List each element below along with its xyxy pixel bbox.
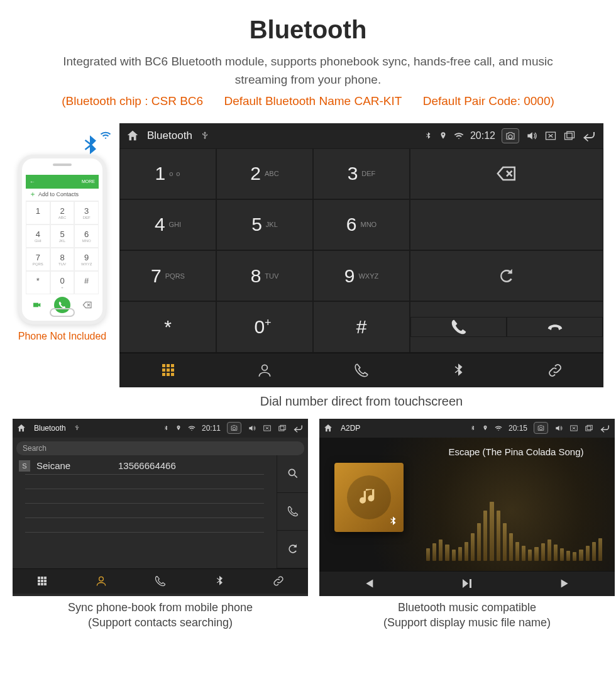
side-call-button[interactable] (277, 493, 308, 531)
add-to-contacts-row: Add to Contacts (26, 189, 99, 201)
tab-bluetooth[interactable] (410, 353, 507, 387)
search-icon (287, 467, 299, 480)
prev-button[interactable] (319, 571, 418, 596)
backspace-button[interactable] (410, 148, 603, 199)
usb-icon (74, 424, 80, 431)
phone-key: 2ABC (50, 201, 75, 224)
contact-initial-badge: S (19, 460, 30, 472)
phone-key: 1 (26, 201, 50, 224)
clock: 20:11 (202, 424, 221, 433)
contacts-side-actions (277, 455, 308, 568)
tab-dialpad[interactable] (119, 353, 216, 387)
camera-icon[interactable] (502, 128, 519, 143)
back-icon[interactable] (600, 423, 611, 434)
link-icon (272, 575, 285, 587)
dialer-caption: Dial number direct from touchscreen (119, 392, 603, 410)
dial-key-6[interactable]: 6MNO (313, 199, 410, 250)
link-icon (547, 362, 563, 379)
page-title: Bluetooth (19, 16, 597, 44)
back-icon[interactable] (582, 128, 597, 143)
usb-icon (200, 131, 210, 141)
tab-calllog[interactable] (131, 568, 190, 594)
tab-contacts[interactable] (72, 568, 131, 594)
empty-cell (410, 199, 603, 250)
phone-key: 4GHI (26, 224, 50, 248)
contacts-list: S Seicane 13566664466 (13, 455, 277, 568)
close-app-icon[interactable] (544, 130, 557, 142)
contact-number: 13566664466 (118, 460, 176, 471)
spec-line: (Bluetooth chip : CSR BC6 Default Blueto… (19, 92, 597, 111)
tab-bluetooth[interactable] (190, 568, 249, 594)
dial-key-#[interactable]: # (313, 301, 410, 352)
home-icon[interactable] (323, 423, 333, 433)
hangup-button[interactable] (507, 317, 603, 337)
dial-key-3[interactable]: 3DEF (313, 148, 410, 199)
contacts-panel: Bluetooth 20:11 Search (13, 419, 308, 596)
volume-icon[interactable] (525, 130, 538, 142)
tab-pair[interactable] (249, 568, 308, 594)
close-app-icon[interactable] (263, 424, 272, 433)
camera-icon[interactable] (227, 422, 241, 434)
bt-status-icon (470, 425, 476, 431)
bluetooth-icon (213, 575, 226, 587)
more-label: MORE (82, 179, 95, 184)
dial-key-9[interactable]: 9WXYZ (313, 250, 410, 301)
contacts-caption-l1: Sync phone-book from mobile phone (13, 600, 308, 615)
phone-topbar: ← MORE (26, 175, 99, 189)
call-buttons (410, 301, 603, 352)
statusbar-title: A2DP (341, 424, 360, 433)
add-contacts-label: Add to Contacts (38, 191, 79, 197)
dial-key-4[interactable]: 4GHI (119, 199, 216, 250)
wifi-icon (495, 424, 502, 432)
music-caption: Bluetooth music compatible (Support disp… (319, 600, 615, 631)
back-arrow-icon: ← (30, 179, 35, 185)
search-input[interactable]: Search (16, 441, 304, 455)
phone-key: # (74, 271, 99, 294)
play-pause-button[interactable] (418, 571, 517, 596)
spec-code: Default Pair Code: 0000) (423, 94, 554, 108)
tab-bar (119, 353, 603, 387)
side-search-button[interactable] (277, 455, 308, 493)
bluetooth-icon (450, 362, 466, 379)
play-pause-icon (459, 576, 475, 591)
gps-icon (482, 425, 488, 431)
home-icon[interactable] (126, 129, 140, 143)
playback-bar (319, 571, 615, 596)
dial-key-5[interactable]: 5JKL (216, 199, 313, 250)
dial-key-0[interactable]: 0+ (216, 301, 313, 352)
dial-key-*[interactable]: * (119, 301, 216, 352)
song-title: Escape (The Pina Colada Song) (426, 446, 606, 457)
recents-icon[interactable] (278, 424, 287, 433)
close-app-icon[interactable] (569, 424, 578, 433)
volume-icon[interactable] (248, 424, 256, 433)
dial-key-7[interactable]: 7PQRS (119, 250, 216, 301)
contact-row[interactable]: S Seicane 13566664466 (19, 458, 270, 474)
bt-status-icon (424, 131, 432, 140)
tab-dialpad[interactable] (13, 568, 72, 594)
home-icon[interactable] (16, 423, 26, 433)
music-note-icon (356, 485, 382, 510)
redial-button[interactable] (410, 250, 603, 301)
side-refresh-button[interactable] (277, 531, 308, 568)
tab-pair[interactable] (507, 353, 603, 387)
tab-calllog[interactable] (313, 353, 410, 387)
dial-key-1[interactable]: 1o o (119, 148, 216, 199)
phone-key: 8TUV (50, 248, 75, 271)
music-caption-l1: Bluetooth music compatible (319, 600, 615, 615)
dial-key-8[interactable]: 8TUV (216, 250, 313, 301)
tab-contacts[interactable] (216, 353, 313, 387)
dialpad-icon (162, 364, 174, 376)
recents-icon[interactable] (585, 424, 593, 433)
phone-key: 3DEF (74, 201, 99, 224)
recents-icon[interactable] (563, 130, 576, 142)
back-icon[interactable] (293, 423, 304, 434)
music-caption-l2: (Support display music file name) (319, 615, 615, 630)
volume-icon[interactable] (554, 424, 563, 433)
call-button[interactable] (410, 317, 507, 337)
camera-icon[interactable] (534, 422, 548, 434)
next-button[interactable] (516, 571, 615, 596)
dial-key-2[interactable]: 2ABC (216, 148, 313, 199)
next-icon (559, 577, 573, 590)
search-placeholder: Search (23, 444, 47, 453)
phone-icon (353, 362, 370, 379)
